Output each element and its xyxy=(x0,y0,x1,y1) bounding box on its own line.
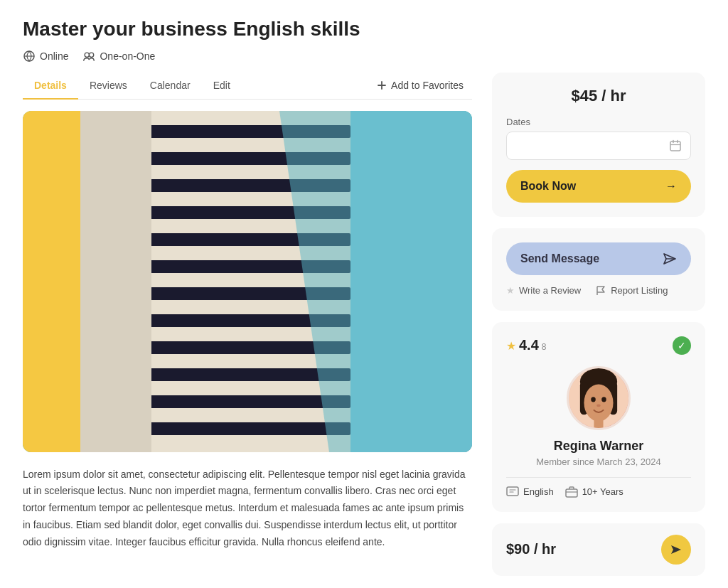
dates-input[interactable] xyxy=(506,132,691,160)
profile-stats: English 10+ Years xyxy=(506,477,691,498)
tab-reviews[interactable]: Reviews xyxy=(78,73,139,100)
send-icon xyxy=(663,252,677,265)
sidebar: $45 / hr Dates Book Now → Send Message xyxy=(492,73,705,576)
avatar-svg xyxy=(569,366,628,430)
tabs-bar: Details Reviews Calendar Edit Add to Fav… xyxy=(23,73,472,100)
avatar xyxy=(567,366,631,430)
svg-point-2 xyxy=(90,53,94,57)
star-icon: ★ xyxy=(506,285,515,296)
online-icon xyxy=(23,50,36,63)
price-display: $45 / hr xyxy=(506,87,691,105)
report-listing-link[interactable]: Report Listing xyxy=(595,285,668,296)
book-now-button[interactable]: Book Now → xyxy=(506,170,691,203)
write-review-label: Write a Review xyxy=(519,285,581,296)
language-value: English xyxy=(523,486,554,497)
tab-details[interactable]: Details xyxy=(23,73,78,100)
profile-since: Member since March 23, 2024 xyxy=(506,456,691,467)
svg-point-30 xyxy=(601,397,606,402)
send-message-label: Send Message xyxy=(520,252,599,265)
rating-number: 4.4 xyxy=(519,337,539,353)
stat-language: English xyxy=(506,486,554,498)
plus-icon xyxy=(377,80,387,90)
svg-rect-32 xyxy=(594,419,603,428)
send-message-button[interactable]: Send Message xyxy=(506,242,691,275)
rating-star: ★ xyxy=(506,339,516,353)
page-title: Master your business English skills xyxy=(23,17,705,41)
svg-point-28 xyxy=(584,384,613,421)
svg-point-1 xyxy=(85,53,90,57)
booking-card: $45 / hr Dates Book Now → xyxy=(492,73,705,217)
stat-experience: 10+ Years xyxy=(565,486,623,498)
tab-calendar[interactable]: Calendar xyxy=(139,73,202,100)
book-now-arrow: → xyxy=(665,180,677,193)
flag-icon xyxy=(595,285,606,296)
rating-row: ★ 4.4 8 ✓ xyxy=(506,336,691,355)
send-button-small[interactable] xyxy=(661,535,691,565)
rating-count: 8 xyxy=(542,342,547,352)
avatar-container xyxy=(506,366,691,430)
bottom-price: $90 / hr xyxy=(506,541,556,557)
report-listing-label: Report Listing xyxy=(611,285,668,296)
one-on-one-badge: One-on-One xyxy=(82,50,155,63)
send-small-icon xyxy=(670,544,682,555)
description-text: Lorem ipsum dolor sit amet, consectetur … xyxy=(23,466,472,551)
bottom-price-card: $90 / hr xyxy=(492,523,705,576)
language-icon xyxy=(506,486,519,498)
dates-value xyxy=(515,140,518,151)
add-favorites-label: Add to Favorites xyxy=(391,80,464,91)
experience-value: 10+ Years xyxy=(582,486,623,497)
main-content: Details Reviews Calendar Edit Add to Fav… xyxy=(23,73,472,576)
experience-icon xyxy=(565,486,578,498)
profile-card: ★ 4.4 8 ✓ xyxy=(492,322,705,512)
online-badge: Online xyxy=(23,50,68,63)
svg-marker-35 xyxy=(671,545,681,554)
write-review-link[interactable]: ★ Write a Review xyxy=(506,285,581,296)
online-label: Online xyxy=(40,50,68,62)
svg-point-31 xyxy=(596,404,601,407)
dates-label: Dates xyxy=(506,117,691,127)
one-on-one-icon xyxy=(82,50,95,63)
rating-left: ★ 4.4 8 xyxy=(506,337,547,353)
message-card: Send Message ★ Write a Review Report Lis… xyxy=(492,228,705,311)
profile-name: Regina Warner xyxy=(506,439,691,454)
action-links: ★ Write a Review Report Listing xyxy=(506,285,691,296)
hero-svg xyxy=(23,111,472,452)
svg-marker-18 xyxy=(80,111,151,452)
add-favorites-button[interactable]: Add to Favorites xyxy=(368,74,472,97)
badges-row: Online One-on-One xyxy=(23,50,705,63)
book-now-label: Book Now xyxy=(520,180,576,193)
svg-point-29 xyxy=(591,397,596,402)
hero-image xyxy=(23,111,472,452)
tabs-left: Details Reviews Calendar Edit xyxy=(23,73,368,99)
calendar-icon xyxy=(669,139,682,152)
svg-rect-34 xyxy=(566,489,577,497)
svg-rect-21 xyxy=(670,141,680,151)
verified-badge: ✓ xyxy=(673,336,691,355)
one-on-one-label: One-on-One xyxy=(100,50,155,62)
tab-edit[interactable]: Edit xyxy=(202,73,242,100)
svg-rect-33 xyxy=(507,487,518,496)
